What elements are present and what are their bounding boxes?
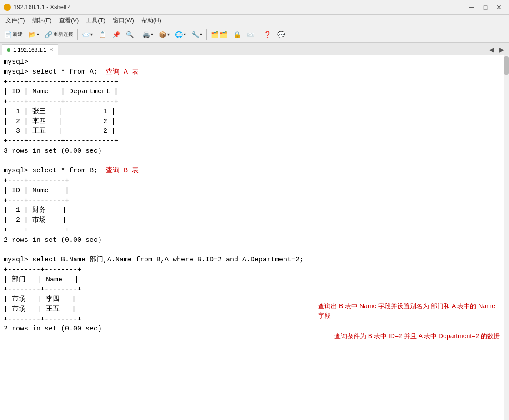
prompt-selectC: mysql> select B.Name 部门,A.Name from B,A … bbox=[4, 256, 304, 264]
keymap-icon: ⌨️ bbox=[247, 31, 254, 38]
tableB-row1: | 1 | 财务 | bbox=[4, 206, 66, 214]
tab-label: 1 192.168.1.1 bbox=[13, 47, 46, 53]
macro-icon: 🔧 bbox=[191, 31, 199, 38]
new-icon: 📄 bbox=[4, 31, 12, 38]
minimize-button[interactable]: ─ bbox=[465, 2, 478, 13]
terminal-content: mysql> mysql> select * from A; 查询 A 表 +-… bbox=[4, 57, 505, 334]
tableB-border1: +----+---------+ bbox=[4, 177, 69, 185]
tab-close-button[interactable]: ✕ bbox=[49, 47, 53, 53]
sep3 bbox=[206, 29, 207, 40]
tableB-rows: 2 rows in set (0.00 sec) bbox=[4, 236, 102, 244]
tableA-header: | ID | Name | Department | bbox=[4, 88, 118, 95]
msg-icon: 💬 bbox=[277, 31, 285, 38]
session-tab[interactable]: 1 192.168.1.1 ✕ bbox=[2, 44, 58, 55]
window-title: 192.168.1.1 - Xshell 4 bbox=[14, 4, 465, 10]
network-arrow: ▾ bbox=[184, 32, 186, 37]
tableA-rows: 3 rows in set (0.00 sec) bbox=[4, 147, 102, 155]
keymap-button[interactable]: ⌨️ bbox=[244, 28, 257, 41]
tableC-rows: 2 rows in set (0.00 sec) bbox=[4, 325, 102, 333]
connmgr-icon: 🔒 bbox=[233, 31, 241, 38]
menu-bar: 文件(F) 编辑(E) 查看(V) 工具(T) 窗口(W) 帮助(H) bbox=[0, 15, 509, 26]
menu-help[interactable]: 帮助(H) bbox=[138, 15, 165, 25]
terminal-area[interactable]: mysql> mysql> select * from A; 查询 A 表 +-… bbox=[0, 55, 509, 420]
network-icon: 🌐 bbox=[175, 31, 183, 38]
tableC-border3: +--------+--------+ bbox=[4, 315, 81, 323]
transfer-icon: 📦 bbox=[159, 31, 166, 38]
tableB-border3: +----+---------+ bbox=[4, 226, 69, 234]
menu-tools[interactable]: 工具(T) bbox=[82, 15, 109, 25]
tableC-header: | 部门 | Name | bbox=[4, 276, 79, 284]
tab-nav-right[interactable]: ▶ bbox=[497, 44, 507, 55]
open-arrow: ▾ bbox=[37, 32, 39, 37]
menu-edit[interactable]: 编辑(E) bbox=[29, 15, 55, 25]
sep2 bbox=[138, 29, 138, 40]
tableB-header: | ID | Name | bbox=[4, 187, 69, 195]
tableA-row3: | 3 | 王五 | 2 | bbox=[4, 127, 115, 135]
paste-button[interactable]: 📌 bbox=[110, 28, 122, 41]
prompt-line1: mysql> bbox=[4, 58, 28, 66]
transfer-button[interactable]: 📦 ▾ bbox=[156, 28, 172, 41]
session-status-dot bbox=[7, 48, 10, 52]
send-button[interactable]: 📨 ▾ bbox=[80, 28, 95, 41]
toolbar: 📄 新建 📂 ▾ 🔗 重新连接 📨 ▾ 📋 📌 🔍 🖨️ ▾ 📦 ▾ 🌐 ▾ 🔧… bbox=[0, 26, 509, 43]
scrollbar[interactable] bbox=[504, 55, 509, 420]
scrollbar-thumb[interactable] bbox=[504, 56, 509, 75]
prompt-selectB: mysql> select * from B; 查询 B 表 bbox=[4, 167, 139, 175]
transfer-arrow: ▾ bbox=[167, 32, 170, 37]
network-button[interactable]: 🌐 ▾ bbox=[173, 28, 188, 41]
copy-icon: 📋 bbox=[99, 31, 106, 38]
menu-window[interactable]: 窗口(W) bbox=[109, 15, 138, 25]
charmap-button[interactable]: 🗂️ 🗂️ bbox=[209, 28, 230, 41]
close-button[interactable]: ✕ bbox=[493, 2, 505, 13]
help-button[interactable]: ❓ bbox=[261, 28, 274, 41]
maximize-button[interactable]: □ bbox=[479, 2, 492, 13]
prompt-selectA: mysql> select * from A; 查询 A 表 bbox=[4, 68, 139, 76]
connmgr-button[interactable]: 🔒 bbox=[230, 28, 243, 41]
new-button[interactable]: 📄 新建 bbox=[2, 28, 25, 41]
open-button[interactable]: 📂 ▾ bbox=[26, 28, 41, 41]
menu-file[interactable]: 文件(F) bbox=[2, 15, 29, 25]
tableA-border1: +----+--------+------------+ bbox=[4, 78, 118, 86]
tableC-row1: | 市场 | 李四 | bbox=[4, 295, 76, 303]
charmap-icon: 🗂️ bbox=[211, 31, 219, 38]
tableC-border1: +--------+--------+ bbox=[4, 266, 81, 274]
print-icon: 🖨️ bbox=[142, 31, 150, 38]
tableA-row2: | 2 | 李四 | 2 | bbox=[4, 118, 115, 125]
menu-view[interactable]: 查看(V) bbox=[55, 15, 82, 25]
new-label: 新建 bbox=[13, 31, 23, 38]
reconnect-button[interactable]: 🔗 重新连接 bbox=[42, 28, 75, 41]
macro-arrow: ▾ bbox=[200, 32, 202, 37]
find-icon: 🔍 bbox=[126, 31, 134, 38]
tab-nav-left[interactable]: ◀ bbox=[486, 44, 497, 55]
find-button[interactable]: 🔍 bbox=[123, 28, 136, 41]
tableA-border2: +----+--------+------------+ bbox=[4, 98, 118, 105]
copy-button[interactable]: 📋 bbox=[96, 28, 109, 41]
msg-button[interactable]: 💬 bbox=[274, 28, 287, 41]
help-icon: ❓ bbox=[264, 31, 271, 38]
tableC-border2: +--------+--------+ bbox=[4, 285, 81, 293]
reconnect-icon: 🔗 bbox=[45, 31, 52, 38]
tableC-row2: | 市场 | 王五 | bbox=[4, 305, 76, 313]
paste-icon: 📌 bbox=[112, 31, 120, 38]
charmap-icon2: 🗂️ bbox=[220, 31, 227, 38]
send-arrow: ▾ bbox=[90, 32, 93, 37]
sep1 bbox=[77, 29, 78, 40]
print-arrow: ▾ bbox=[151, 32, 153, 37]
sep4 bbox=[259, 29, 259, 40]
print-button[interactable]: 🖨️ ▾ bbox=[140, 28, 155, 41]
tableB-row2: | 2 | 市场 | bbox=[4, 216, 66, 224]
reconnect-label: 重新连接 bbox=[53, 31, 73, 38]
tableB-border2: +----+---------+ bbox=[4, 197, 69, 205]
window-controls: ─ □ ✕ bbox=[465, 2, 505, 13]
send-icon: 📨 bbox=[82, 31, 90, 38]
title-bar: 192.168.1.1 - Xshell 4 ─ □ ✕ bbox=[0, 0, 509, 15]
macro-button[interactable]: 🔧 ▾ bbox=[189, 28, 205, 41]
tableA-row1: | 1 | 张三 | 1 | bbox=[4, 108, 115, 115]
app-icon bbox=[4, 4, 11, 11]
tableA-border3: +----+--------+------------+ bbox=[4, 137, 118, 145]
open-icon: 📂 bbox=[28, 31, 36, 38]
tab-bar: 1 192.168.1.1 ✕ ◀ ▶ bbox=[0, 43, 509, 55]
